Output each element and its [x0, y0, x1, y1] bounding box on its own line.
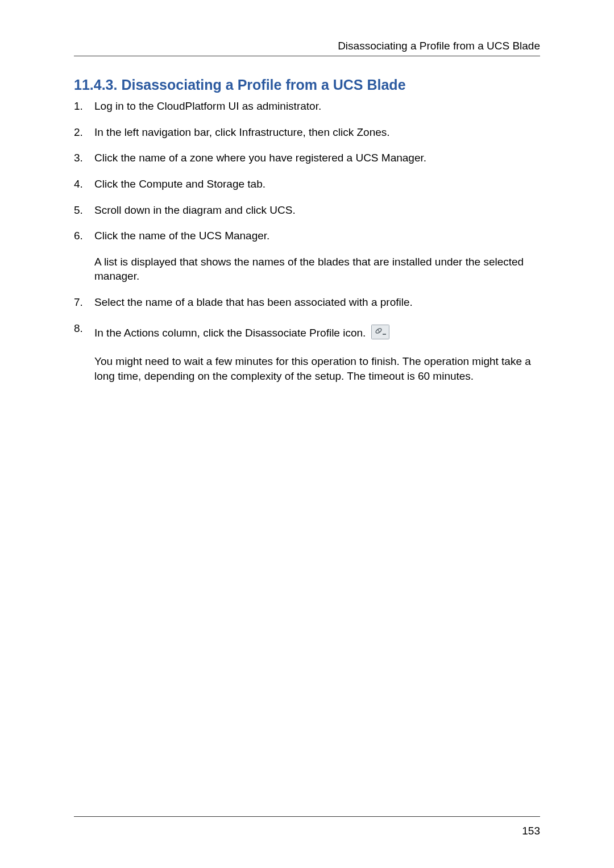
- step-item: Click the name of a zone where you have …: [74, 151, 540, 165]
- step-item: Log in to the CloudPlatform UI as admini…: [74, 99, 540, 114]
- step-item: Click the name of the UCS Manager. A lis…: [74, 229, 540, 284]
- page-number: 153: [522, 825, 540, 837]
- step-text: Scroll down in the diagram and click UCS…: [94, 204, 296, 216]
- running-title: Disassociating a Profile from a UCS Blad…: [74, 40, 540, 52]
- step-text: In the left navigation bar, click Infras…: [94, 126, 390, 138]
- step-extra-text: You might need to wait a few minutes for…: [94, 354, 540, 383]
- footer-rule: [74, 816, 540, 817]
- step-text: In the Actions column, click the Disasso…: [94, 327, 366, 339]
- page-header: Disassociating a Profile from a UCS Blad…: [74, 40, 540, 61]
- page: Disassociating a Profile from a UCS Blad…: [0, 0, 614, 868]
- step-text: Click the name of the UCS Manager.: [94, 230, 269, 242]
- section-title: 11.4.3. Disassociating a Profile from a …: [74, 77, 540, 93]
- step-text: Log in to the CloudPlatform UI as admini…: [94, 100, 321, 112]
- step-item: Scroll down in the diagram and click UCS…: [74, 203, 540, 218]
- disassociate-profile-icon: [371, 325, 389, 343]
- step-item: Click the Compute and Storage tab.: [74, 177, 540, 192]
- header-rule: [74, 56, 540, 56]
- step-list: Log in to the CloudPlatform UI as admini…: [74, 99, 540, 384]
- step-item: In the Actions column, click the Disasso…: [74, 321, 540, 384]
- step-item: Select the name of a blade that has been…: [74, 295, 540, 310]
- step-text: Click the Compute and Storage tab.: [94, 178, 265, 190]
- step-text: Click the name of a zone where you have …: [94, 152, 426, 164]
- step-text: Select the name of a blade that has been…: [94, 296, 413, 308]
- step-item: In the left navigation bar, click Infras…: [74, 125, 540, 140]
- step-extra-text: A list is displayed that shows the names…: [94, 255, 540, 284]
